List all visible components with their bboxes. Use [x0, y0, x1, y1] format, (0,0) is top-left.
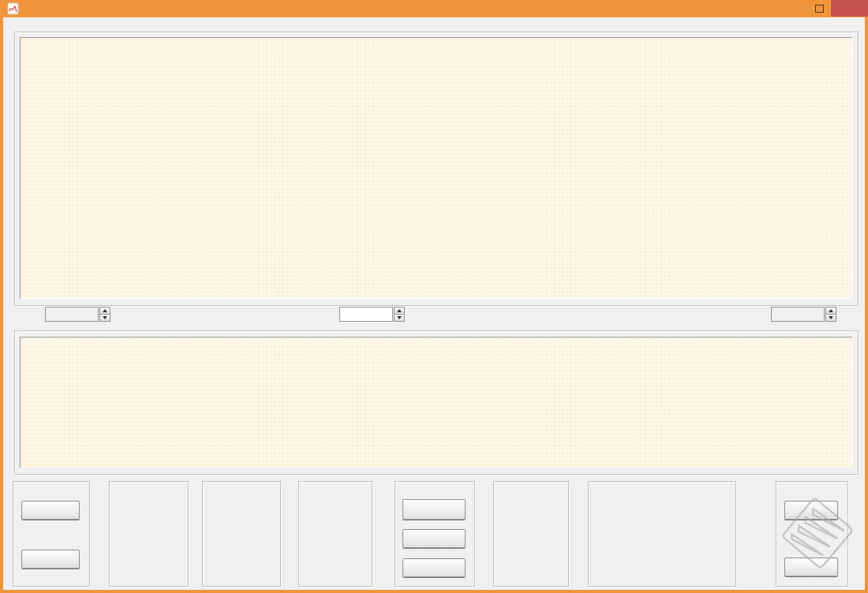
f-max-spin-up-icon[interactable] — [825, 307, 836, 314]
specifications-group — [298, 481, 372, 587]
cursor-freq-input[interactable] — [339, 307, 393, 322]
bottom-panel — [3, 477, 865, 590]
cursor-freq-spinbox — [339, 307, 405, 322]
achieved-group — [588, 481, 736, 587]
maximize-button[interactable] — [808, 0, 830, 17]
save-button[interactable] — [21, 550, 80, 569]
achieved-col1 — [593, 482, 658, 491]
achieved-col2 — [664, 482, 729, 491]
load-button[interactable] — [21, 501, 80, 520]
window-content — [3, 17, 865, 590]
f-min-input[interactable] — [45, 307, 99, 322]
frequency-controls-row — [3, 306, 865, 325]
impulse-response-plot — [20, 337, 852, 468]
fir-type-group — [109, 481, 189, 587]
f-max-spinbox — [771, 307, 836, 322]
filter-editor-button[interactable] — [402, 529, 466, 548]
quit-button[interactable] — [784, 558, 838, 576]
app-window — [0, 0, 868, 593]
coef-format-group — [493, 481, 569, 587]
process-group — [395, 481, 475, 587]
help-button[interactable] — [784, 501, 838, 520]
specifications-fields — [304, 482, 366, 491]
f-min-spin-down-icon[interactable] — [99, 314, 110, 322]
frequencies-group — [202, 481, 281, 587]
f-min-spin-up-icon[interactable] — [99, 307, 110, 314]
frequency-response-group — [14, 32, 859, 306]
file-group — [13, 481, 90, 587]
cursor-freq-spin-up-icon[interactable] — [394, 307, 405, 314]
f-max-input[interactable] — [771, 307, 825, 322]
title-bar — [0, 0, 868, 17]
frequencies-fields — [208, 482, 275, 491]
create-button[interactable] — [402, 499, 466, 520]
maximize-icon — [815, 5, 824, 13]
f-min-spinbox — [45, 307, 110, 322]
close-button[interactable] — [831, 0, 868, 17]
analyze-button[interactable] — [402, 558, 466, 577]
impulse-response-chart — [20, 337, 852, 468]
help-quit-group — [776, 481, 848, 587]
frequency-response-plot[interactable] — [20, 37, 852, 299]
cursor-freq-spin-down-icon[interactable] — [394, 314, 405, 322]
app-icon — [7, 2, 20, 15]
filter-coefficients-group — [14, 330, 859, 475]
f-max-spin-down-icon[interactable] — [825, 314, 836, 322]
minimize-button[interactable] — [784, 0, 806, 17]
frequency-response-chart — [20, 37, 852, 299]
